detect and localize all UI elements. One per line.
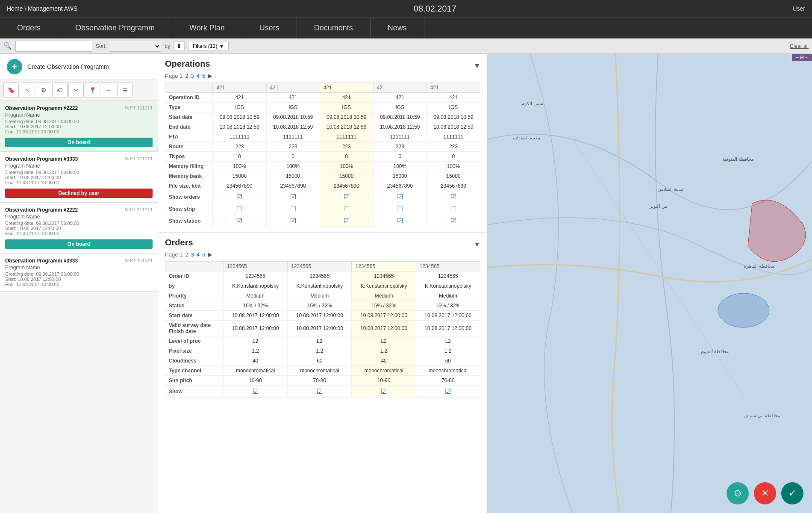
- card-status-1: Declined by user: [5, 189, 153, 198]
- ops-cell-2-0: 09.08.2018 10:59: [213, 112, 266, 122]
- orders-section: Orders ▼ Page 1 2 3 4 5 ▶ 1234565 123456…: [158, 233, 487, 403]
- ops-row-label-3: End date: [165, 122, 213, 132]
- orders-cell-1-3: K.Konstantinopolsky: [416, 281, 480, 291]
- ops-cell-7-4: 100%: [427, 162, 480, 171]
- create-observation-button[interactable]: +: [7, 59, 22, 74]
- orders-row-9: Type channelmonochromaticalmonochromatic…: [165, 366, 480, 376]
- ops-cell-5-4: 223: [427, 142, 480, 152]
- ops-cell-4-3: 1111111: [373, 132, 427, 142]
- bookmark-icon[interactable]: 🔖: [3, 83, 19, 98]
- ops-cell-6-0: 0: [213, 152, 266, 162]
- list-icon[interactable]: ☰: [117, 83, 132, 98]
- col-3-header: 421: [320, 83, 373, 93]
- orders-cell-3-3: 16% / 32%: [416, 301, 480, 311]
- obs-card-1[interactable]: Observation Programm #3333 №PT 111111 Pr…: [0, 152, 158, 203]
- ops-row-label-5: Route: [165, 142, 213, 152]
- orders-cell-3-0: 16% / 32%: [224, 301, 288, 311]
- orders-cell-9-1: monochromatical: [288, 366, 352, 376]
- ops-cell-3-0: 10.08.2018 12:59: [213, 122, 266, 132]
- fab-area: ⊙ ✕ ✓: [727, 482, 803, 504]
- col-1-header: 421: [213, 83, 266, 93]
- orders-cell-2-3: Medium: [416, 291, 480, 301]
- orders-next-page-arrow[interactable]: ▶: [208, 251, 212, 258]
- card-title-0: Observation Programm #2222: [5, 105, 78, 111]
- fab-circle-button[interactable]: ⊙: [727, 482, 749, 504]
- card-info-3: Creating date: 09.08.2017 06:00:00: [5, 271, 153, 277]
- orders-page-2[interactable]: 2: [185, 251, 188, 258]
- orders-row-label-4: Start date: [165, 311, 224, 321]
- operations-filter-icon[interactable]: ▼: [474, 62, 480, 70]
- create-observation-area: + Create Observation Programm: [0, 54, 158, 80]
- nav-documents[interactable]: Documents: [297, 18, 371, 38]
- ops-cell-0-4: 421: [427, 93, 480, 103]
- ops-cell-7-0: 100%: [213, 162, 266, 171]
- orders-cell-8-3: 60: [416, 356, 480, 366]
- orders-page-3[interactable]: 3: [191, 251, 194, 258]
- obs-card-2[interactable]: Observation Programm #2222 №PT 111111 Pr…: [0, 203, 158, 254]
- svg-rect-0: [487, 54, 812, 513]
- by-label: by: [165, 43, 170, 49]
- ops-row-3: End date10.08.2018 12:5910.08.2018 12:59…: [165, 122, 480, 132]
- page-4[interactable]: 4: [197, 73, 200, 79]
- card-program-1: Program Name: [5, 163, 153, 169]
- orders-filter-icon[interactable]: ▼: [474, 241, 480, 248]
- nav-observation[interactable]: Observation Programm: [58, 18, 172, 38]
- orders-cell-9-0: monochromatical: [224, 366, 288, 376]
- card-num-0: №PT 111111: [125, 105, 153, 111]
- orders-page-5[interactable]: 5: [202, 251, 205, 258]
- nav-news[interactable]: News: [371, 18, 424, 38]
- ops-cell-8-2: 15000: [320, 171, 373, 181]
- sort-direction-icon[interactable]: ⬇: [174, 41, 185, 51]
- search-input[interactable]: [15, 41, 92, 52]
- tool-icon[interactable]: ✂: [68, 83, 84, 98]
- ops-cell-0-1: 421: [266, 93, 320, 103]
- operations-pagination: Page 1 2 3 4 5 ▶: [165, 72, 480, 79]
- nav-workplan[interactable]: Work Plan: [172, 18, 242, 38]
- card-program-3: Program Name: [5, 265, 153, 271]
- orders-page-4[interactable]: 4: [197, 251, 200, 258]
- card-end-0: End: 11.08.2017 10:00:00: [5, 129, 153, 134]
- orders-cell-6-3: L2: [416, 336, 480, 346]
- nav-orders[interactable]: Orders: [0, 18, 58, 38]
- orders-cell-10-1: 70-80: [288, 376, 352, 386]
- ops-cell-9-2: 234567890: [320, 181, 373, 191]
- tag-icon[interactable]: 🏷: [52, 83, 68, 98]
- cursor-icon[interactable]: ↖: [20, 83, 35, 98]
- fab-close-button[interactable]: ✕: [754, 482, 776, 504]
- ops-row-1: TypeIGSIGSIGSIGSIGS: [165, 103, 480, 112]
- clear-all-button[interactable]: Clear all: [790, 43, 809, 49]
- sort-select[interactable]: [110, 41, 161, 52]
- filter-button[interactable]: Filters (12) ▼: [188, 42, 229, 50]
- nav-users[interactable]: Users: [242, 18, 297, 38]
- card-status-2: On board: [5, 239, 153, 249]
- ops-cell-5-3: 223: [373, 142, 427, 152]
- card-num-3: №PT 111111: [125, 258, 153, 264]
- page-5[interactable]: 5: [202, 73, 205, 79]
- ops-cell-4-2: 1111111: [320, 132, 373, 142]
- orders-cell-4-1: 10.08.2017 12:00:00: [288, 311, 352, 321]
- page-3[interactable]: 3: [191, 73, 194, 79]
- card-start-0: Start: 10.08.2017 12:00:00: [5, 124, 153, 129]
- ops-cell-11-3: ☐: [373, 203, 427, 215]
- breadcrumb: Home \ Management AWS: [7, 5, 77, 12]
- location-icon[interactable]: 📍: [85, 83, 100, 98]
- page-2[interactable]: 2: [185, 73, 188, 79]
- sort-label: Sort:: [96, 43, 106, 49]
- orders-col-2-header: 1234565: [288, 262, 352, 271]
- ops-cell-5-0: 223: [213, 142, 266, 152]
- ops-cell-3-1: 10.08.2018 12:59: [266, 122, 320, 132]
- next-page-arrow[interactable]: ▶: [208, 72, 212, 79]
- ops-cell-11-1: ☐: [266, 203, 320, 215]
- svg-text:محافظة بني سويف: محافظة بني سويف: [744, 413, 780, 419]
- obs-card-0[interactable]: Observation Programm #2222 №PT 111111 Pr…: [0, 101, 158, 152]
- ops-cell-10-1: ☑: [266, 191, 320, 203]
- obs-card-3[interactable]: Observation Programm #3333 №PT 111111 Pr…: [0, 254, 158, 292]
- arrow-icon[interactable]: →: [101, 83, 116, 98]
- fab-check-button[interactable]: ✓: [781, 482, 803, 504]
- orders-row-label-5: Valid survay dateFinish date: [165, 321, 224, 336]
- ops-cell-1-1: IGS: [266, 103, 320, 112]
- orders-cell-11-1: ☑: [288, 386, 352, 398]
- orders-row-5: Valid survay dateFinish date10.08.2017 1…: [165, 321, 480, 336]
- card-start-2: Start: 10.08.2017 12:00:00: [5, 226, 153, 231]
- share-icon[interactable]: ⚙: [36, 83, 51, 98]
